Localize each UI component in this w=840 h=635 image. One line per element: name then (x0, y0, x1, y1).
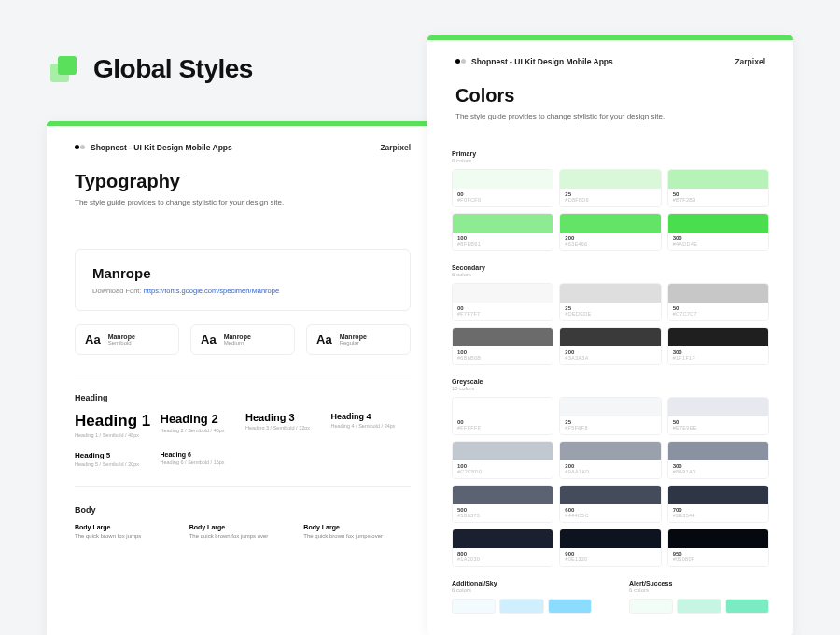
heading-sample: Heading 1 Heading 1 / Semibold / 48px (75, 412, 155, 438)
heading-sample: Heading 5 Heading 5 / Semibold / 20px (75, 451, 155, 467)
palette-label: Greyscale (452, 378, 769, 385)
font-weight-card: Aa Manrope Semibold (75, 324, 179, 355)
aa-sample: Aa (201, 332, 217, 346)
heading-sample: Heading 3 Heading 3 / Semibold / 32px (245, 412, 326, 438)
body-grid: Body Large The quick brown fox jumps Bod… (75, 524, 411, 539)
swatch-color (560, 284, 660, 303)
color-swatch: 900 #0E1320 (559, 529, 661, 567)
body-sample-label: Body Large (189, 524, 297, 530)
heading-sample-meta: Heading 1 / Semibold / 48px (75, 432, 155, 438)
swatch-color (453, 214, 553, 233)
heading-sample: Heading 6 Heading 6 / Semibold / 16px (161, 451, 241, 467)
page-header: Global Styles (50, 54, 253, 84)
color-swatch: 00 #FFFFFF (452, 397, 553, 435)
font-weight-variant: Semibold (108, 340, 135, 346)
heading-sample-meta: Heading 5 / Semibold / 20px (75, 461, 155, 467)
mini-swatch (677, 599, 721, 614)
swatch-hex: #444C5C (565, 513, 655, 518)
swatch-color (668, 284, 768, 303)
swatch-hex: #8FEB91 (457, 241, 548, 247)
swatch-color (453, 486, 553, 504)
typography-topbar: Shopnest - UI Kit Design Mobile Apps Zar… (47, 126, 439, 165)
swatch-color (560, 214, 660, 233)
swatch-hex: #9AA1AD (565, 469, 655, 474)
mini-swatch (499, 599, 543, 614)
font-download-prefix: Download Font: (92, 287, 144, 295)
swatch-color (668, 398, 768, 416)
typography-card: Shopnest - UI Kit Design Mobile Apps Zar… (47, 121, 439, 635)
color-swatch: 25 #D8F8D9 (559, 169, 661, 207)
color-swatch: 25 #F5F6F8 (559, 397, 661, 435)
color-swatch: 950 #06080F (667, 529, 769, 567)
heading-sample-meta: Heading 6 / Semibold / 16px (161, 459, 241, 465)
palette-label: Secondary (452, 264, 769, 271)
swatch-hex: #5B6373 (457, 513, 548, 518)
font-weight-variant: Medium (224, 340, 251, 346)
swatch-hex: #B7F2B9 (673, 197, 763, 203)
mini-swatch (548, 599, 592, 614)
swatch-color (668, 529, 768, 548)
swatch-color (560, 529, 660, 548)
mini-swatch-row (452, 599, 592, 614)
swatch-hex: #E7E9EE (673, 425, 763, 430)
color-swatch: 200 #9AA1AD (559, 441, 661, 479)
palette-label: Primary (452, 150, 769, 157)
swatch-hex: #06080F (673, 557, 763, 562)
palette-label: Alert/Success (629, 580, 769, 586)
palette-section: Primary 6 colors 00 #F0FCF0 25 #D8F8D9 (452, 150, 769, 251)
swatch-hex: #F0FCF0 (457, 197, 548, 203)
swatch-color (453, 328, 553, 346)
palette-count: 6 colors (452, 272, 769, 277)
heading-sample-text: Heading 2 (161, 412, 241, 426)
color-swatch: 25 #DEDEDE (559, 283, 661, 321)
color-swatch: 500 #5B6373 (452, 485, 553, 523)
color-swatch: 100 #C2C8D0 (452, 441, 553, 479)
colors-card: Shopnest - UI Kit Design Mobile Apps Zar… (427, 35, 793, 635)
author-label: Zarpixel (380, 143, 411, 152)
swatch-hex: #6B6B6B (457, 355, 548, 360)
swatch-row: 00 #F7F7F7 25 #DEDEDE 50 #C7C7C7 (452, 283, 769, 321)
swatch-color (668, 442, 768, 460)
author-label: Zarpixel (735, 57, 765, 66)
colors-topbar: Shopnest - UI Kit Design Mobile Apps Zar… (427, 40, 793, 79)
swatch-color (560, 170, 660, 189)
heading-sample-text: Heading 1 (75, 412, 155, 430)
mini-palette-section: Alert/Success 6 colors (629, 580, 769, 614)
swatch-color (668, 328, 768, 346)
color-swatch: 300 #4ADD4E (667, 213, 769, 251)
color-swatch: 50 #C7C7C7 (667, 283, 769, 321)
font-weight-card: Aa Manrope Regular (306, 324, 411, 355)
swatch-row: 00 #FFFFFF 25 #F5F6F8 50 #E7E9EE (452, 397, 769, 435)
body-sample-text: The quick brown fox jumps (75, 533, 182, 539)
swatch-hex: #2E3544 (673, 513, 763, 518)
swatch-hex: #1A2030 (457, 557, 548, 562)
color-swatch: 100 #8FEB91 (452, 213, 553, 251)
color-swatch: 700 #2E3544 (667, 485, 769, 523)
font-download-link[interactable]: https://fonts.google.com/specimen/Manrop… (144, 287, 280, 295)
color-swatch: 300 #1F1F1F (667, 327, 769, 365)
body-sample: Body Large The quick brown fox jumps ove… (189, 524, 297, 539)
palette-count: 6 colors (629, 587, 769, 593)
heading-sample-meta: Heading 3 / Semibold / 32px (245, 425, 326, 430)
palette-section: Greyscale 10 colors 00 #FFFFFF 25 #F5F6F… (452, 378, 769, 567)
palette-count: 10 colors (452, 386, 769, 391)
swatch-color (560, 328, 660, 346)
swatch-hex: #C2C8D0 (457, 469, 548, 474)
swatch-row: 100 #C2C8D0 200 #9AA1AD 300 #8A91A0 (452, 441, 769, 479)
logo-icon (50, 56, 77, 82)
swatch-color (560, 442, 660, 460)
swatch-color (453, 442, 553, 460)
heading-sample: Heading 2 Heading 2 / Semibold / 40px (161, 412, 241, 438)
swatch-color (453, 170, 553, 189)
body-sample: Body Large The quick brown fox jumps (75, 524, 182, 539)
swatch-hex: #1F1F1F (673, 355, 763, 360)
swatch-color (453, 529, 553, 548)
swatch-hex: #F5F6F8 (565, 425, 655, 430)
body-sample-text: The quick brown fox jumps over (189, 533, 297, 539)
color-swatch: 200 #3A3A3A (559, 327, 661, 365)
typography-title: Typography (47, 165, 439, 198)
brand-label: Shopnest - UI Kit Design Mobile Apps (75, 143, 232, 152)
mini-palette-section: Additional/Sky 6 colors (452, 580, 592, 614)
font-block: Manrope Download Font: https://fonts.goo… (75, 249, 411, 311)
heading-sample-meta: Heading 4 / Semibold / 24px (331, 423, 412, 429)
